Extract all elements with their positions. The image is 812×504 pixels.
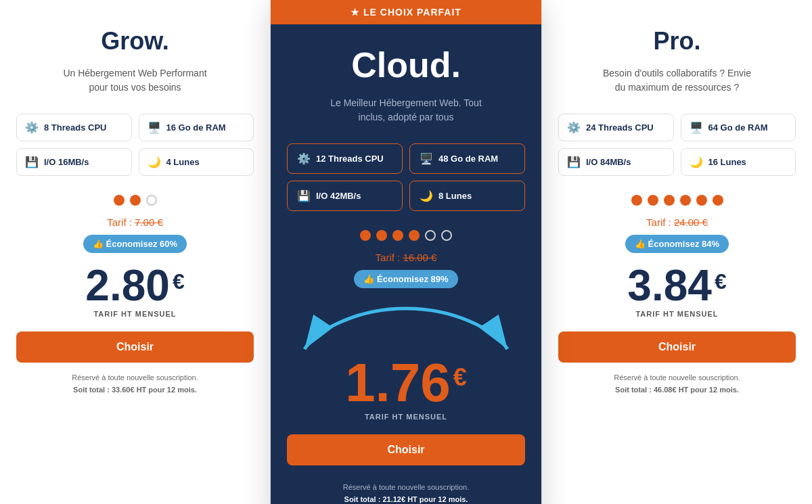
ram-icon: 🖥️ <box>148 121 161 134</box>
cpu-icon: ⚙️ <box>25 121 39 134</box>
cloud-card: ★ LE CHOIX PARFAIT Cloud. Le Meilleur Hé… <box>271 0 541 504</box>
pro-note: Réservé à toute nouvelle souscription. S… <box>614 372 740 396</box>
cloud-banner: ★ LE CHOIX PARFAIT <box>271 0 541 24</box>
pro-subtitle: Besoin d'outils collaboratifs ? Enviedu … <box>603 66 751 95</box>
pro-period: TARIF HT MENSUEL <box>635 310 718 318</box>
pro-save-badge: 👍 Économisez 84% <box>625 235 729 253</box>
pro-spec-grid: ⚙️ 24 Threads CPU 🖥️ 64 Go de RAM 💾 I/O … <box>558 114 796 176</box>
pro-dot-5 <box>696 195 707 206</box>
io-icon: 💾 <box>25 156 39 168</box>
pro-spec-lunes: 🌙 16 Lunes <box>681 148 796 176</box>
cloud-cpu-icon: ⚙️ <box>297 152 311 165</box>
cloud-io-icon: 💾 <box>297 189 311 202</box>
cloud-dot-4 <box>409 230 420 241</box>
pro-dot-6 <box>713 195 723 206</box>
cloud-period: TARIF HT MENSUEL <box>365 413 447 421</box>
pro-dot-2 <box>648 195 658 206</box>
cloud-spec-io: 💾 I/O 42MB/s <box>287 181 403 211</box>
arrows-svg <box>291 302 521 356</box>
grow-title: Grow. <box>101 27 169 55</box>
cloud-spec-grid: ⚙️ 12 Threads CPU 🖥️ 48 Go de RAM 💾 I/O … <box>287 143 525 211</box>
grow-period: TARIF HT MENSUEL <box>93 310 176 318</box>
pro-title: Pro. <box>653 27 700 55</box>
cloud-ram-icon: 🖥️ <box>420 152 433 165</box>
cloud-choose-button[interactable]: Choisir <box>287 434 525 465</box>
cloud-dots <box>360 230 452 241</box>
moon-icon: 🌙 <box>148 156 161 168</box>
pro-ram-icon: 🖥️ <box>690 121 703 134</box>
cloud-dot-6 <box>441 230 452 241</box>
cloud-subtitle: Le Meilleur Hébergement Web. Toutinclus,… <box>330 96 482 124</box>
cloud-note: Réservé à toute nouvelle souscription. S… <box>343 482 470 504</box>
pro-dot-1 <box>631 195 642 206</box>
pro-card: Pro. Besoin d'outils collaboratifs ? Env… <box>541 0 812 504</box>
grow-choose-button[interactable]: Choisir <box>16 331 254 363</box>
grow-dots <box>114 195 157 206</box>
grow-spec-io: 💾 I/O 16MB/s <box>16 148 132 176</box>
pro-choose-button[interactable]: Choisir <box>558 331 796 363</box>
cloud-save-badge: 👍 Économisez 89% <box>354 270 457 288</box>
cloud-dot-3 <box>392 230 403 241</box>
pro-spec-ram: 🖥️ 64 Go de RAM <box>681 114 796 141</box>
cloud-dot-2 <box>376 230 387 241</box>
grow-save-badge: 👍 Économisez 60% <box>83 235 187 253</box>
cloud-spec-lunes: 🌙 8 Lunes <box>409 181 525 211</box>
grow-spec-cpu: ⚙️ 8 Threads CPU <box>16 114 132 141</box>
grow-price: 2.80 € <box>85 264 184 307</box>
cloud-dot-5 <box>425 230 436 241</box>
pro-price: 3.84 € <box>627 264 726 307</box>
grow-note: Réservé à toute nouvelle souscription. S… <box>72 372 198 396</box>
cloud-moon-icon: 🌙 <box>420 189 433 202</box>
cloud-price: 1.76 € <box>345 356 467 410</box>
grow-card: Grow. Un Hébergement Web Performantpour … <box>0 0 271 504</box>
grow-subtitle: Un Hébergement Web Performantpour tous v… <box>63 66 206 95</box>
grow-spec-lunes: 🌙 4 Lunes <box>139 148 254 176</box>
cloud-spec-cpu: ⚙️ 12 Threads CPU <box>287 143 403 174</box>
cloud-dot-1 <box>360 230 371 241</box>
pro-dots <box>631 195 723 206</box>
pro-io-icon: 💾 <box>567 156 581 168</box>
cloud-title: Cloud. <box>351 45 461 85</box>
pro-dot-3 <box>664 195 675 206</box>
pricing-container: Grow. Un Hébergement Web Performantpour … <box>0 0 812 504</box>
pro-spec-cpu: ⚙️ 24 Threads CPU <box>558 114 674 141</box>
pro-tarif: Tarif : 24.00 € <box>646 216 708 228</box>
cloud-spec-ram: 🖥️ 48 Go de RAM <box>409 143 525 174</box>
dot-2 <box>130 195 141 206</box>
cloud-tarif: Tarif : 16.00 € <box>376 252 437 263</box>
pro-spec-io: 💾 I/O 84MB/s <box>558 148 674 176</box>
grow-spec-ram: 🖥️ 16 Go de RAM <box>139 114 254 141</box>
dot-1 <box>114 195 125 206</box>
grow-spec-grid: ⚙️ 8 Threads CPU 🖥️ 16 Go de RAM 💾 I/O 1… <box>16 114 254 176</box>
pro-dot-4 <box>680 195 691 206</box>
dot-3 <box>146 195 157 206</box>
pro-moon-icon: 🌙 <box>690 156 703 168</box>
pro-cpu-icon: ⚙️ <box>567 121 581 134</box>
grow-tarif: Tarif : 7.00 € <box>107 216 163 228</box>
